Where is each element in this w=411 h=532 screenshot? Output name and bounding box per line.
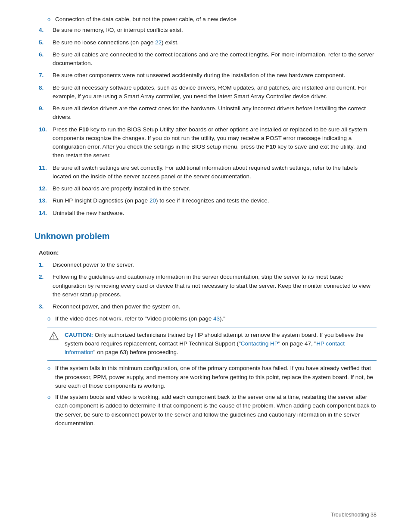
- step-content: Disconnect power to the server.: [53, 261, 377, 269]
- page: o Connection of the data cable, but not …: [0, 0, 411, 532]
- item-number: 12.: [39, 184, 53, 193]
- item-number: 4.: [39, 26, 53, 34]
- item-content: Uninstall the new hardware.: [53, 209, 377, 218]
- list-item-10: 10. Press the F10 key to run the BIOS Se…: [34, 125, 377, 160]
- list-item-5: 5. Be sure no loose connections (on page…: [34, 38, 377, 47]
- caution-text: CAUTION: Only authorized technicians tra…: [65, 331, 372, 357]
- sub-bullet-text: Connection of the data cable, but not th…: [55, 15, 377, 24]
- item-number: 11.: [39, 164, 53, 181]
- link-page-22[interactable]: 22: [155, 39, 162, 46]
- sub-bullet-content: If the video does not work, refer to "Vi…: [55, 314, 377, 323]
- caution-label: CAUTION:: [65, 332, 93, 338]
- list-item-12: 12. Be sure all boards are properly inst…: [34, 184, 377, 193]
- sub-bullet-boots: o If the system boots and video is worki…: [34, 393, 377, 428]
- section-step-1: 1. Disconnect power to the server.: [34, 261, 377, 269]
- list-item-13: 13. Run HP Insight Diagnostics (on page …: [34, 196, 377, 205]
- list-item-7: 7. Be sure other components were not uns…: [34, 71, 377, 80]
- item-content: Be sure no loose connections (on page 22…: [53, 38, 377, 47]
- caution-triangle-icon: !: [49, 331, 61, 343]
- list-item-9: 9. Be sure all device drivers are the co…: [34, 104, 377, 122]
- step-number: 3.: [39, 302, 53, 311]
- item-number: 9.: [39, 104, 53, 122]
- bullet-dot: o: [47, 15, 55, 24]
- sub-bullet-content: If the system boots and video is working…: [55, 393, 377, 428]
- sub-bullet-video: o If the video does not work, refer to "…: [34, 314, 377, 323]
- footer-text: Troubleshooting 38: [330, 512, 377, 518]
- item-content: Press the F10 key to run the BIOS Setup …: [53, 125, 377, 160]
- step-content: Reconnect power, and then power the syst…: [53, 302, 377, 311]
- item-number: 6.: [39, 50, 53, 68]
- link-page-43[interactable]: 43: [213, 315, 220, 322]
- item-content: Run HP Insight Diagnostics (on page 20) …: [53, 196, 377, 205]
- caution-body: Only authorized technicians trained by H…: [65, 332, 364, 356]
- list-item-8: 8. Be sure all necessary software update…: [34, 84, 377, 101]
- step-content: Following the guidelines and cautionary …: [53, 273, 377, 299]
- item-number: 10.: [39, 125, 53, 160]
- item-number: 13.: [39, 196, 53, 205]
- link-contacting-hp[interactable]: Contacting HP: [241, 340, 278, 347]
- link-page-20[interactable]: 20: [149, 197, 156, 204]
- bullet-dot: o: [47, 393, 55, 428]
- item-content: Be sure no memory, I/O, or interrupt con…: [53, 26, 377, 34]
- item-number: 5.: [39, 38, 53, 47]
- item-content: Be sure all switch settings are set corr…: [53, 164, 377, 181]
- svg-text:!: !: [53, 334, 55, 339]
- item-content: Be sure other components were not unseat…: [53, 71, 377, 80]
- action-label: Action:: [34, 249, 377, 257]
- link-hp-contact-info[interactable]: HP contact information: [65, 340, 345, 355]
- caution-box: ! CAUTION: Only authorized technicians t…: [47, 327, 377, 361]
- bullet-dot: o: [47, 314, 55, 323]
- item-number: 8.: [39, 84, 53, 101]
- list-item-11: 11. Be sure all switch settings are set …: [34, 164, 377, 181]
- unknown-problem-section: Unknown problem Action: 1. Disconnect po…: [34, 230, 377, 428]
- step-number: 1.: [39, 261, 53, 269]
- initial-sub-bullet: o Connection of the data cable, but not …: [34, 15, 377, 24]
- list-item-4: 4. Be sure no memory, I/O, or interrupt …: [34, 26, 377, 34]
- item-content: Be sure all device drivers are the corre…: [53, 104, 377, 122]
- item-content: Be sure all boards are properly installe…: [53, 184, 377, 193]
- bullet-dot: o: [47, 364, 55, 390]
- numbered-list: 4. Be sure no memory, I/O, or interrupt …: [34, 26, 377, 218]
- section-step-3: 3. Reconnect power, and then power the s…: [34, 302, 377, 311]
- item-content: Be sure all cables are connected to the …: [53, 50, 377, 68]
- list-item-6: 6. Be sure all cables are connected to t…: [34, 50, 377, 68]
- page-footer: Troubleshooting 38: [330, 511, 377, 519]
- item-content: Be sure all necessary software updates, …: [53, 84, 377, 101]
- item-number: 14.: [39, 209, 53, 218]
- step-number: 2.: [39, 273, 53, 299]
- section-step-2: 2. Following the guidelines and cautiona…: [34, 273, 377, 299]
- section-title: Unknown problem: [34, 230, 377, 243]
- item-number: 7.: [39, 71, 53, 80]
- sub-bullet-content: If the system fails in this minimum conf…: [55, 364, 377, 390]
- sub-bullet-min-config: o If the system fails in this minimum co…: [34, 364, 377, 390]
- list-item-14: 14. Uninstall the new hardware.: [34, 209, 377, 218]
